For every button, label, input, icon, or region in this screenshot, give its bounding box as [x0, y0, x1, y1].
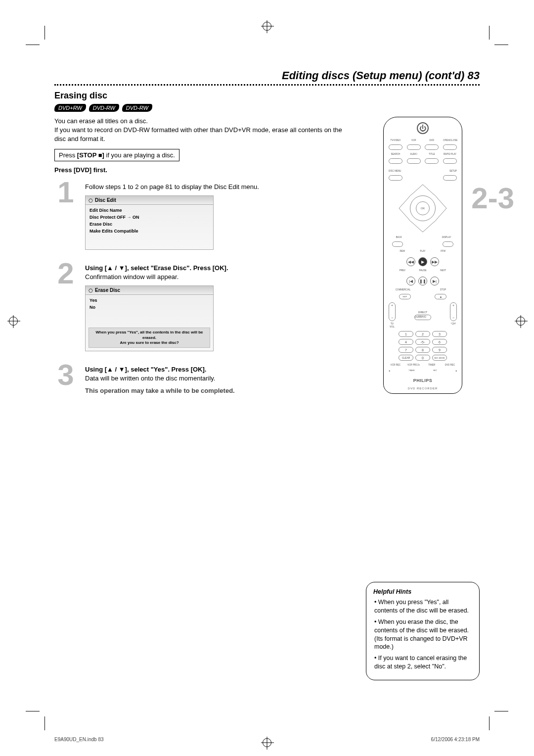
- remote-skip-stop: SKIP ■: [399, 294, 447, 299]
- hint-item: If you want to cancel erasing the disc a…: [374, 654, 472, 671]
- dubbing-button: DUBBING: [414, 315, 431, 320]
- num-3: 3: [432, 331, 447, 337]
- pause-icon: ❚❚: [418, 277, 427, 285]
- stop-playback-note: Press [STOP ■] if you are playing a disc…: [54, 149, 179, 161]
- skip-button: SKIP: [399, 294, 411, 299]
- badge-dvd-plus-rw: DVD+RW: [54, 104, 86, 112]
- footer-filename: E9A90UD_EN.indb 83: [54, 737, 104, 742]
- divider-dots: [54, 84, 480, 86]
- num-2: 2: [415, 331, 430, 337]
- page-footer: E9A90UD_EN.indb 83 6/12/2006 4:23:18 PM: [54, 737, 480, 742]
- power-icon: [417, 122, 429, 134]
- intro-text: You can erase all titles on a disc. If y…: [54, 117, 351, 144]
- badge-dvd-rw-video: DVD-RWVideo: [122, 104, 152, 112]
- step-number: 2: [54, 262, 77, 285]
- crop-mark: [494, 711, 508, 711]
- crop-mark: [26, 711, 40, 711]
- rec-mode-button: REC MODE: [432, 355, 447, 361]
- step-3-note: This operation may take a while to be co…: [85, 386, 351, 395]
- channel-up-down: +−: [450, 302, 457, 321]
- menu-item-no: No: [89, 304, 209, 311]
- transport-play-row: ◀◀ ▶ ▶▶: [406, 257, 439, 266]
- step-1-text: Follow steps 1 to 2 on page 81 to displa…: [85, 183, 351, 191]
- chapter-title: Editing discs (Setup menu) (cont'd) 83: [54, 69, 480, 82]
- side-column: 2-3 TV/VIDEOVCRDVDOPEN/CLOSE SEARCHAUDIO…: [366, 117, 480, 680]
- callout-steps-2-3: 2-3: [471, 181, 514, 215]
- navigation-dpad: OK: [398, 184, 447, 233]
- remote-row-1: [389, 144, 457, 150]
- remote-row-2: [389, 158, 457, 164]
- step-2-text: Confirmation window will appear.: [85, 273, 351, 282]
- next-icon: ▶|: [430, 277, 439, 285]
- ch-label: °CH°: [450, 322, 456, 325]
- step-1: 1 Follow steps 1 to 2 on page 81 to disp…: [54, 181, 351, 250]
- step-2: 2 Using [▲ / ▼], select "Erase Disc". Pr…: [54, 262, 351, 352]
- num-7: 7: [399, 347, 413, 353]
- menu-item: Erase Disc: [89, 221, 209, 228]
- stop-icon: ■: [435, 294, 446, 299]
- prev-icon: |◀: [406, 277, 415, 285]
- play-icon: ▶: [418, 257, 427, 266]
- num-8: 8: [415, 347, 430, 353]
- brand-subtitle: DVD RECORDER: [408, 387, 438, 390]
- hint-item: When you press "Yes", all contents of th…: [374, 598, 472, 615]
- press-dvd-first: Press [DVD] first.: [54, 166, 351, 174]
- rewind-icon: ◀◀: [406, 257, 415, 266]
- remote-back-display: [392, 241, 453, 247]
- num-0: 0: [415, 355, 430, 361]
- menu-item: Disc Protect OFF → ON: [89, 214, 209, 221]
- remote-control-diagram: TV/VIDEOVCRDVDOPEN/CLOSE SEARCHAUDIOTITL…: [383, 117, 462, 394]
- clear-button: CLEAR: [399, 355, 413, 361]
- helpful-hints-box: Helpful Hints When you press "Yes", all …: [366, 582, 480, 680]
- transport-pause-row: |◀ ❚❚ ▶|: [406, 277, 439, 285]
- step-3-text: Data will be written onto the disc momen…: [85, 374, 351, 383]
- disc-type-badges: DVD+RW DVD-RW+VR DVD-RWVideo: [54, 104, 480, 112]
- menu-item-yes: Yes: [89, 297, 209, 304]
- section-title: Erasing disc: [54, 91, 480, 101]
- num-5: ◦ 5 ◦: [415, 339, 430, 345]
- num-1: 1: [399, 331, 413, 337]
- step-number: 1: [54, 181, 77, 204]
- step-number: 3: [54, 363, 77, 387]
- num-6: 6: [432, 339, 447, 345]
- menu-header: Disc Edit: [86, 196, 213, 205]
- ok-button: OK: [416, 201, 430, 215]
- menu-item: Edit Disc Name: [89, 207, 209, 214]
- num-4: 4: [399, 339, 413, 345]
- fast-forward-icon: ▶▶: [430, 257, 439, 266]
- num-9: 9: [432, 347, 447, 353]
- main-column: You can erase all titles on a disc. If y…: [54, 117, 351, 680]
- footer-timestamp: 6/12/2006 4:23:18 PM: [431, 737, 480, 742]
- step-3-heading: Using [▲ / ▼], select "Yes". Press [OK].: [85, 365, 351, 374]
- step-3: 3 Using [▲ / ▼], select "Yes". Press [OK…: [54, 363, 351, 395]
- crop-mark: [44, 716, 45, 730]
- crop-mark: [489, 716, 490, 730]
- menu-item: Make Edits Compatible: [89, 228, 209, 235]
- number-pad: 1 2 3 4 ◦ 5 ◦ 6 7 8 9 CLEAR 0 REC MODE: [399, 331, 447, 361]
- confirmation-message: When you press "Yes", all the contents i…: [89, 328, 210, 348]
- remote-menu-setup: [389, 175, 457, 181]
- erase-disc-menu: Erase Disc Yes No When you press "Yes", …: [85, 285, 214, 351]
- brand-logo: PHILIPS: [413, 378, 433, 383]
- step-2-heading: Using [▲ / ▼], select "Erase Disc". Pres…: [85, 264, 351, 273]
- menu-header: Erase Disc: [86, 286, 213, 295]
- volume-channel-row: +− TV VOL DIRECT DUBBING +− °CH°: [389, 302, 457, 328]
- disc-edit-menu: Disc Edit Edit Disc Name Disc Protect OF…: [85, 195, 214, 250]
- hints-title: Helpful Hints: [373, 588, 472, 595]
- remote-rec-row: ● TIMER SET ●: [389, 369, 457, 372]
- hint-item: When you erase the disc, the contents of…: [374, 618, 472, 652]
- badge-dvd-rw-vr: DVD-RW+VR: [89, 104, 119, 112]
- tv-volume: +−: [389, 302, 396, 321]
